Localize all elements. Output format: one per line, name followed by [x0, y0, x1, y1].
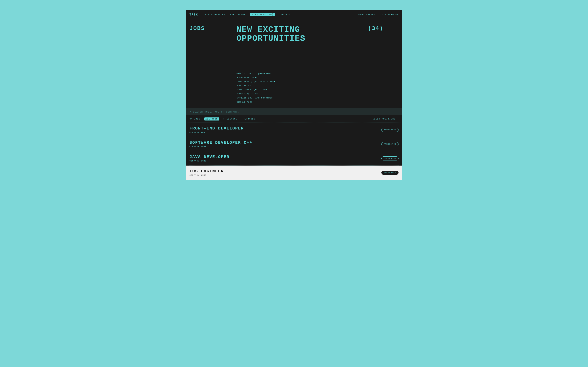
nav-join-network[interactable]: JOIN NETWORK — [380, 13, 398, 16]
nav-live-jobs[interactable]: LIVE JOBS (34) — [250, 13, 275, 16]
nav-for-talent[interactable]: FOR TALENT — [230, 13, 245, 16]
browser-window: TREK FOR COMPANIES FOR TALENT LIVE JOBS … — [186, 10, 402, 180]
search-inner: ⌕ — [190, 110, 398, 113]
job-badge-frontend: PERMANENT — [381, 128, 398, 132]
job-badge-ios: FREELANCE — [381, 171, 398, 175]
job-left-java: JAVA DEVELOPER COMPANY NAME — [190, 155, 229, 162]
job-left-ios: IOS ENGINEER COMPANY NAME — [190, 169, 224, 176]
hero-title: NEW EXCITING OPPORTUNITIES — [236, 25, 368, 43]
nav-logo[interactable]: TREK — [190, 13, 198, 16]
filter-count: 34 JOBS — [190, 118, 200, 120]
job-list: FRONT-END DEVELOPER COMPANY NAME PERMANE… — [186, 123, 402, 180]
nav-for-companies[interactable]: FOR COMPANIES — [205, 13, 225, 16]
hero-label: JOBS — [190, 25, 205, 32]
filter-all-jobs[interactable]: ALL JOBS — [204, 117, 219, 120]
filled-positions-link[interactable]: FILLED POSITIONS → — [371, 118, 398, 120]
hero-count: (34) — [368, 25, 383, 32]
navbar: TREK FOR COMPANIES FOR TALENT LIVE JOBS … — [186, 10, 402, 19]
filter-freelance[interactable]: FREELANCE — [222, 117, 239, 120]
job-title-cpp: SOFTWARE DEVELOPER C++ — [190, 140, 252, 145]
search-input[interactable] — [193, 111, 398, 113]
job-company-ios: COMPANY NAME — [190, 174, 224, 176]
job-item-java[interactable]: JAVA DEVELOPER COMPANY NAME PERMANENT — [190, 151, 398, 166]
job-left-cpp: SOFTWARE DEVELOPER C++ COMPANY NAME — [190, 140, 252, 148]
job-company-java: COMPANY NAME — [190, 160, 229, 162]
hero-desc-col: Behold! Both permanent positions and fre… — [236, 43, 368, 104]
job-title-frontend: FRONT-END DEVELOPER — [190, 126, 244, 131]
hero-section: JOBS NEW EXCITING OPPORTUNITIES Behold! … — [186, 19, 402, 108]
filter-bar: 34 JOBS ALL JOBS FREELANCE PERMANENT FIL… — [186, 115, 402, 123]
hero-description: Behold! Both permanent positions and fre… — [236, 72, 277, 104]
job-item-frontend[interactable]: FRONT-END DEVELOPER COMPANY NAME PERMANE… — [190, 123, 398, 137]
job-badge-cpp: FREELANCE — [381, 142, 398, 146]
job-left-frontend: FRONT-END DEVELOPER COMPANY NAME — [190, 126, 244, 133]
job-badge-java: PERMANENT — [381, 156, 398, 160]
job-title-ios: IOS ENGINEER — [190, 169, 224, 174]
hero-label-col: JOBS — [190, 25, 236, 104]
filter-permanent[interactable]: PERMANENT — [242, 117, 258, 120]
search-icon: ⌕ — [190, 110, 191, 113]
hero-title-col: NEW EXCITING OPPORTUNITIES Behold! Both … — [236, 25, 368, 104]
job-item-cpp[interactable]: SOFTWARE DEVELOPER C++ COMPANY NAME FREE… — [190, 137, 398, 151]
job-company-cpp: COMPANY NAME — [190, 146, 252, 148]
hero-count-col: (34) — [368, 25, 398, 104]
nav-contact[interactable]: CONTACT — [280, 13, 291, 16]
nav-find-talent[interactable]: FIND TALENT — [358, 13, 375, 16]
job-title-java: JAVA DEVELOPER — [190, 155, 229, 159]
search-bar: ⌕ — [186, 108, 402, 115]
job-company-frontend: COMPANY NAME — [190, 132, 244, 133]
job-item-ios[interactable]: IOS ENGINEER COMPANY NAME FREELANCE — [186, 166, 402, 180]
nav-right: FIND TALENT JOIN NETWORK — [358, 13, 398, 16]
